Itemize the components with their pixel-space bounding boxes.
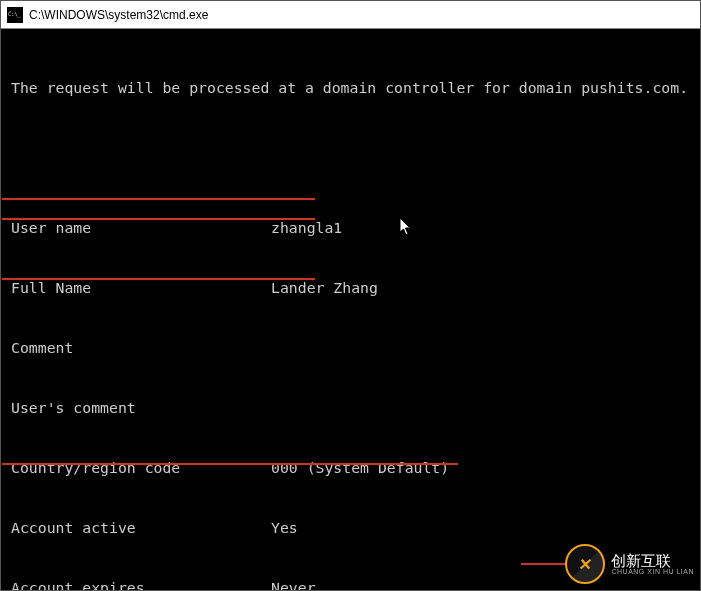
field-account-expires: Account expiresNever: [11, 578, 690, 590]
intro-line: The request will be processed at a domai…: [11, 78, 690, 98]
highlight-underline: [2, 198, 315, 200]
field-users-comment: User's comment: [11, 398, 690, 418]
field-full-name: Full NameLander Zhang: [11, 278, 690, 298]
field-comment: Comment: [11, 338, 690, 358]
highlight-underline: [2, 278, 315, 280]
field-country: Country/region code000 (System Default): [11, 458, 690, 478]
titlebar[interactable]: C:\WINDOWS\system32\cmd.exe: [1, 1, 700, 29]
field-account-active: Account activeYes: [11, 518, 690, 538]
terminal-output[interactable]: The request will be processed at a domai…: [1, 30, 700, 590]
field-user-name: User namezhangla1: [11, 218, 690, 238]
highlight-underline: [521, 563, 603, 565]
highlight-underline: [2, 463, 458, 465]
cmd-icon: [7, 7, 23, 23]
cmd-window: C:\WINDOWS\system32\cmd.exe The request …: [0, 0, 701, 591]
window-title: C:\WINDOWS\system32\cmd.exe: [29, 8, 208, 22]
highlight-underline: [2, 218, 315, 220]
